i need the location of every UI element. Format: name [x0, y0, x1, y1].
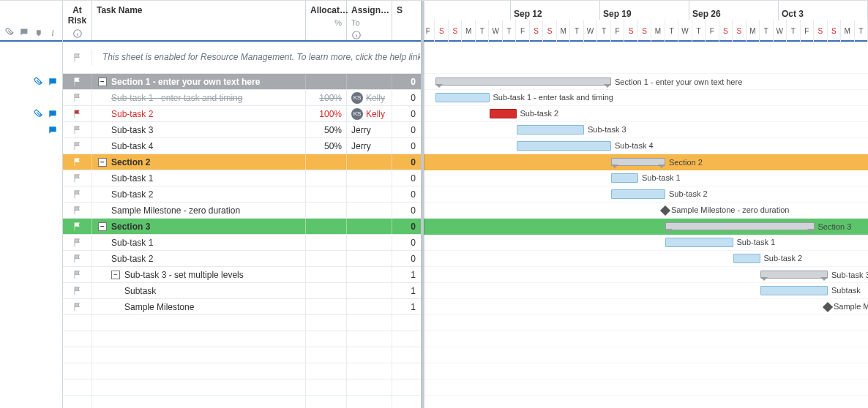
gantt-milestone[interactable]: [823, 302, 833, 312]
allocation-cell[interactable]: 100%: [306, 106, 347, 122]
gantt-row[interactable]: Sub-task 4: [422, 138, 868, 154]
gantt-bar[interactable]: Section 2: [611, 158, 665, 166]
task-row[interactable]: Sub-task 450%Jerry0: [63, 138, 421, 154]
gantt-bar[interactable]: Sub-task 3 - set multiple levels: [760, 271, 828, 279]
task-name-cell[interactable]: −Sub-task 3 - set multiple levels: [92, 267, 306, 283]
gantt-row[interactable]: Sub-task 3 - set multiple levels: [422, 267, 868, 283]
allocation-cell[interactable]: [306, 154, 347, 170]
section-row[interactable]: −Section 1 - enter your own text here0: [63, 74, 421, 90]
allocation-cell[interactable]: [306, 219, 347, 235]
task-name-cell[interactable]: Sub-task 1: [92, 170, 306, 186]
gantt-bar[interactable]: Sub-task 3: [517, 125, 585, 135]
start-cell[interactable]: 1: [392, 267, 420, 283]
allocation-cell[interactable]: 50%: [306, 138, 347, 154]
flag-cell[interactable]: [63, 90, 92, 106]
allocation-cell[interactable]: [306, 267, 347, 283]
gantt-row[interactable]: Sub-task 3: [422, 122, 868, 138]
task-name-cell[interactable]: Sub-task 4: [92, 138, 306, 154]
gantt-bar[interactable]: Sub-task 4: [517, 141, 612, 151]
start-cell[interactable]: 0: [392, 74, 420, 90]
task-row[interactable]: Sub-task 20: [63, 251, 421, 267]
gantt-row[interactable]: Sub-task 1 - enter task and timing: [422, 90, 868, 106]
collapse-toggle[interactable]: −: [98, 222, 107, 231]
gantt-row[interactable]: Sub-task 2: [422, 106, 868, 122]
column-header-allocation[interactable]: Allocat… %: [306, 1, 347, 40]
gantt-bar[interactable]: Sub-task 1: [665, 238, 733, 247]
start-cell[interactable]: 0: [392, 203, 420, 219]
task-name-cell[interactable]: Sub-task 2: [92, 251, 306, 267]
flag-cell[interactable]: [63, 251, 92, 267]
assigned-to-cell[interactable]: Jerry: [347, 138, 392, 154]
comment-icon[interactable]: [48, 77, 58, 87]
assigned-to-cell[interactable]: [347, 267, 392, 283]
column-header-start[interactable]: S: [392, 1, 420, 40]
assigned-to-cell[interactable]: [347, 186, 392, 203]
flag-cell[interactable]: [63, 267, 92, 283]
allocation-cell[interactable]: 100%: [306, 90, 347, 106]
task-row[interactable]: Sub-task 10: [63, 235, 421, 251]
flag-cell[interactable]: [63, 154, 92, 170]
assigned-to-cell[interactable]: Jerry: [347, 122, 392, 138]
gantt-row[interactable]: Sub-task 1: [422, 170, 868, 186]
column-header-at-risk[interactable]: At Risk: [63, 1, 92, 40]
comment-icon[interactable]: [19, 27, 29, 37]
start-cell[interactable]: 0: [392, 219, 420, 235]
task-name-cell[interactable]: Subtask: [92, 283, 306, 299]
gantt-bar[interactable]: Subtask: [760, 286, 828, 295]
allocation-cell[interactable]: [306, 283, 347, 299]
assigned-to-cell[interactable]: [347, 170, 392, 186]
pane-splitter[interactable]: [422, 1, 424, 408]
flag-cell[interactable]: [63, 235, 92, 251]
flag-cell[interactable]: [63, 186, 92, 203]
task-row[interactable]: Sample Milestone - zero duration0: [63, 203, 421, 219]
gantt-row[interactable]: Sub-task 1: [422, 235, 868, 251]
empty-row[interactable]: [63, 347, 421, 363]
gantt-bar[interactable]: Sub-task 2: [733, 254, 760, 263]
start-cell[interactable]: 1: [392, 283, 420, 299]
task-name-cell[interactable]: Sample Milestone: [92, 299, 306, 315]
reminder-icon[interactable]: [34, 27, 44, 37]
assigned-to-cell[interactable]: KSKelly: [347, 90, 392, 106]
info-icon[interactable]: i: [48, 27, 58, 37]
allocation-cell[interactable]: [306, 299, 347, 315]
start-cell[interactable]: 0: [392, 138, 420, 154]
assigned-to-cell[interactable]: [347, 219, 392, 235]
start-cell[interactable]: 0: [392, 170, 420, 186]
task-name-cell[interactable]: Sub-task 3: [92, 122, 306, 138]
gantt-bar[interactable]: Section 1 - enter your own text here: [435, 78, 612, 86]
section-row[interactable]: −Section 20: [63, 154, 421, 170]
empty-row[interactable]: [63, 363, 421, 379]
start-cell[interactable]: 0: [392, 186, 420, 203]
flag-cell[interactable]: [63, 299, 92, 315]
task-row[interactable]: −Sub-task 3 - set multiple levels1: [63, 267, 421, 283]
task-row[interactable]: Sub-task 1 - enter task and timing100%KS…: [63, 90, 421, 106]
collapse-toggle[interactable]: −: [111, 271, 120, 279]
gantt-bar[interactable]: Sub-task 2: [611, 189, 665, 199]
flag-cell[interactable]: [63, 138, 92, 154]
flag-cell[interactable]: [63, 106, 92, 122]
gantt-body[interactable]: Section 1 - enter your own text hereSub-…: [422, 42, 868, 408]
start-cell[interactable]: 0: [392, 90, 420, 106]
task-row[interactable]: Sample Milestone1: [63, 299, 421, 315]
assigned-to-cell[interactable]: KSKelly: [347, 106, 392, 122]
start-cell[interactable]: 0: [392, 251, 420, 267]
task-name-cell[interactable]: −Section 1 - enter your own text here: [92, 74, 306, 90]
assigned-to-cell[interactable]: [347, 203, 392, 219]
task-name-cell[interactable]: Sample Milestone - zero duration: [92, 203, 306, 219]
attachment-icon[interactable]: [33, 109, 43, 119]
task-name-cell[interactable]: Sub-task 2: [92, 106, 306, 122]
allocation-cell[interactable]: [306, 235, 347, 251]
allocation-cell[interactable]: [306, 186, 347, 203]
empty-row[interactable]: [63, 315, 421, 331]
start-cell[interactable]: 0: [392, 106, 420, 122]
flag-cell[interactable]: [63, 283, 92, 299]
section-row[interactable]: −Section 30: [63, 219, 421, 235]
start-cell[interactable]: 0: [392, 154, 420, 170]
gantt-bar[interactable]: Sub-task 1: [611, 173, 638, 183]
allocation-cell[interactable]: [306, 251, 347, 267]
gantt-row[interactable]: Sub-task 2: [422, 251, 868, 267]
gantt-row[interactable]: Subtask: [422, 283, 868, 299]
column-header-task-name[interactable]: Task Name: [92, 1, 306, 40]
flag-cell[interactable]: [63, 122, 92, 138]
gantt-bar[interactable]: Section 3: [665, 222, 815, 230]
